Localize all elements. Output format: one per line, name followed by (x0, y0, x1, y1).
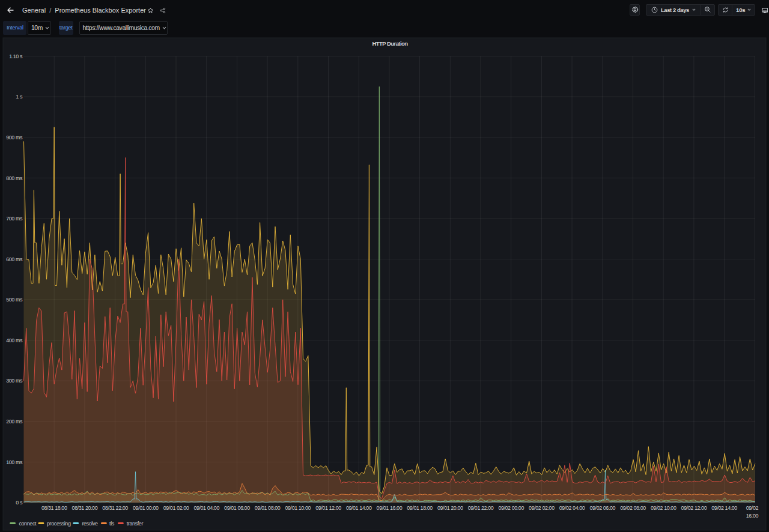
svg-text:09/02 00:00: 09/02 00:00 (498, 505, 524, 511)
svg-text:800 ms: 800 ms (6, 175, 23, 181)
svg-text:09/02 06:00: 09/02 06:00 (589, 505, 615, 511)
svg-text:900 ms: 900 ms (6, 135, 23, 141)
svg-text:tls: tls (109, 521, 115, 527)
svg-text:09/02 04:00: 09/02 04:00 (559, 505, 585, 511)
svg-text:09/01 12:00: 09/01 12:00 (315, 505, 341, 511)
svg-text:0 s: 0 s (16, 500, 23, 506)
svg-text:09/02 08:00: 09/02 08:00 (620, 505, 646, 511)
svg-text:transfer: transfer (127, 521, 144, 527)
svg-text:09/02: 09/02 (746, 505, 759, 511)
svg-text:500 ms: 500 ms (6, 297, 23, 303)
svg-text:09/02 10:00: 09/02 10:00 (651, 505, 676, 511)
svg-text:100 ms: 100 ms (6, 459, 23, 465)
svg-text:09/01 20:00: 09/01 20:00 (437, 505, 463, 511)
svg-text:200 ms: 200 ms (6, 419, 23, 425)
svg-text:09/01 16:00: 09/01 16:00 (377, 505, 403, 511)
svg-text:09/02 12:00: 09/02 12:00 (681, 505, 707, 511)
svg-text:08/31 22:00: 08/31 22:00 (102, 505, 128, 511)
svg-text:09/01 22:00: 09/01 22:00 (468, 505, 494, 511)
svg-text:09/01 08:00: 09/01 08:00 (255, 505, 281, 511)
svg-text:09/01 14:00: 09/01 14:00 (346, 505, 372, 511)
svg-text:09/02 14:00: 09/02 14:00 (711, 505, 737, 511)
svg-text:08/31 20:00: 08/31 20:00 (72, 505, 98, 511)
svg-text:1 s: 1 s (16, 94, 23, 100)
svg-text:09/01 02:00: 09/01 02:00 (163, 505, 189, 511)
svg-text:processing: processing (47, 521, 71, 527)
svg-text:600 ms: 600 ms (6, 256, 23, 262)
svg-text:700 ms: 700 ms (6, 216, 23, 222)
svg-text:09/01 10:00: 09/01 10:00 (285, 505, 311, 511)
svg-text:09/01 00:00: 09/01 00:00 (133, 505, 159, 511)
svg-text:08/31 18:00: 08/31 18:00 (41, 505, 67, 511)
svg-text:09/01 04:00: 09/01 04:00 (193, 505, 219, 511)
svg-text:400 ms: 400 ms (6, 337, 23, 343)
svg-text:16:00: 16:00 (746, 513, 759, 519)
svg-text:connect: connect (19, 521, 37, 527)
svg-text:09/01 18:00: 09/01 18:00 (407, 505, 433, 511)
svg-text:09/02 02:00: 09/02 02:00 (529, 505, 555, 511)
svg-text:300 ms: 300 ms (6, 378, 23, 384)
svg-text:resolve: resolve (82, 521, 98, 527)
svg-text:1.10 s: 1.10 s (9, 53, 23, 59)
svg-text:09/01 06:00: 09/01 06:00 (224, 505, 250, 511)
